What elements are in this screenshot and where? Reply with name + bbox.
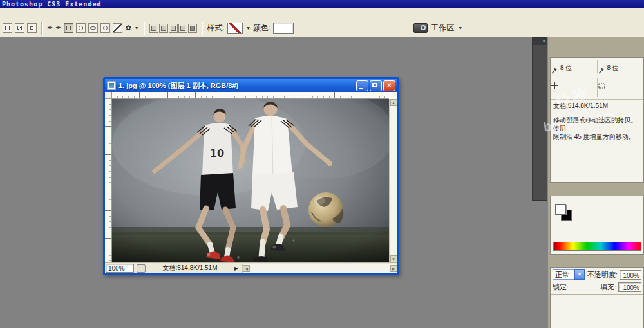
shape-options-dropdown-icon[interactable]: ▼ (135, 26, 139, 30)
workspace-dropdown-icon: ▼ (458, 26, 462, 30)
foreground-color-swatch[interactable] (555, 204, 566, 215)
shape-layers-mode-icon[interactable] (15, 23, 24, 33)
status-menu-button[interactable]: ▶ (234, 266, 242, 271)
panel-dock-strip: « (532, 37, 547, 201)
document-titlebar[interactable]: 1. jpg @ 100% (图层 1 副本, RGB/8#) × (105, 79, 397, 92)
menu-bar (0, 8, 644, 20)
color-label: 颜色: (253, 23, 270, 33)
status-icon (137, 264, 146, 273)
options-bar: ✒ ✒ ✿ ▼ 样式: ▼ 颜色: 工作区 ▼ (0, 19, 644, 37)
close-button[interactable]: × (383, 80, 395, 91)
document-statusbar: 100% 文档:514.8K/1.51M ▶ ◀ ▶ (105, 262, 397, 273)
tool-hint-line1: 移动图层或移动选区的拷贝。使用 (553, 116, 641, 132)
ellipse-tool-icon[interactable] (88, 23, 98, 33)
scroll-down-icon[interactable]: ▼ (390, 255, 397, 262)
opacity-input[interactable]: 100% (620, 270, 641, 280)
ruler-corner (105, 92, 112, 99)
scroll-up-icon[interactable]: ▲ (390, 99, 397, 106)
crosshair-icon (551, 82, 558, 90)
combine-button-icon[interactable] (188, 24, 197, 33)
horizontal-scrollbar[interactable]: ◀ ▶ (242, 264, 397, 273)
info-document-size: 文档:514.8K/1.51M (551, 100, 643, 113)
app-titlebar[interactable]: Photoshop CS3 Extended (0, 0, 644, 8)
pen-tool-icon[interactable]: ✒ (47, 24, 53, 32)
panel-dock: 8 位 8 位 (548, 37, 644, 328)
eyedropper-icon (598, 67, 605, 75)
rgb-bit-depth: 8 位 (559, 64, 597, 73)
scroll-right-icon[interactable]: ▶ (390, 265, 397, 272)
separator (144, 22, 145, 35)
zoom-level-input[interactable]: 100% (106, 264, 134, 273)
collapse-dock-button[interactable]: « (533, 38, 547, 45)
cmyk-bit-depth: 8 位 (606, 64, 644, 73)
minimize-button[interactable] (356, 80, 368, 91)
lock-label: 锁定: (553, 282, 569, 292)
freeform-pen-tool-icon[interactable]: ✒ (55, 24, 61, 32)
separator (202, 22, 203, 35)
fill-label: 填充: (600, 282, 616, 292)
intersect-shape-area-icon[interactable] (169, 24, 178, 33)
foreground-background-swatches[interactable] (555, 204, 572, 221)
line-tool-icon[interactable] (113, 23, 122, 33)
selection-size-icon (598, 83, 605, 90)
app-title: Photoshop CS3 Extended (2, 1, 101, 8)
vertical-ruler (105, 99, 112, 262)
rounded-rectangle-tool-icon[interactable] (76, 23, 86, 33)
document-window: 1. jpg @ 100% (图层 1 副本, RGB/8#) × (103, 77, 399, 275)
color-spectrum[interactable] (553, 242, 641, 251)
blend-mode-value: 正常 (553, 270, 574, 280)
blend-mode-dropdown-icon[interactable]: ▼ (574, 269, 585, 280)
opacity-label: 不透明度: (587, 270, 618, 280)
horizontal-ruler (112, 92, 389, 99)
maximize-button[interactable] (370, 80, 382, 91)
paths-mode-icon[interactable] (27, 23, 37, 33)
close-icon: × (386, 82, 392, 89)
photoshop-window: Photoshop CS3 Extended ✒ ✒ ✿ ▼ 样式: ▼ 颜色: (0, 0, 644, 328)
tool-hint-line2: 限制沿 45 度增量方向移动。 (553, 132, 641, 141)
document-title: 1. jpg @ 100% (图层 1 副本, RGB/8#) (118, 81, 354, 91)
workspace-label: 工作区 (431, 23, 454, 33)
separator (41, 22, 43, 35)
color-swatch[interactable] (273, 23, 294, 34)
scroll-left-icon[interactable]: ◀ (243, 265, 250, 272)
custom-shape-tool-icon[interactable]: ✿ (125, 24, 131, 32)
canvas-image[interactable]: 10 (112, 99, 389, 262)
soccer-photo: 10 (112, 99, 389, 262)
add-shape-area-icon[interactable] (149, 24, 158, 33)
info-panel: 8 位 8 位 (550, 46, 644, 183)
info-panel-tabs (550, 46, 644, 57)
style-picker-swatch[interactable] (227, 23, 243, 34)
document-size-info: 文档:514.8K/1.51M (146, 264, 234, 273)
layers-panel-tabs (550, 256, 644, 267)
fill-input[interactable]: 100% (618, 282, 641, 292)
polygon-tool-icon[interactable] (100, 23, 110, 33)
style-label: 样式: (207, 23, 225, 33)
tool-preset-picker-icon[interactable] (3, 23, 12, 33)
color-panel (550, 185, 644, 255)
bridge-icon[interactable] (413, 23, 428, 33)
workspace-button[interactable]: 工作区 ▼ (413, 23, 462, 33)
exclude-shape-area-icon[interactable] (178, 24, 187, 33)
layers-panel: 正常 ▼ 不透明度: 100% 锁定: 填充: 100% (550, 256, 644, 328)
document-icon (107, 81, 116, 90)
blend-mode-select[interactable]: 正常 ▼ (553, 269, 585, 280)
rectangle-tool-icon[interactable] (64, 23, 73, 33)
vertical-scrollbar[interactable]: ▲ ▼ (389, 99, 397, 262)
eyedropper-icon (551, 67, 558, 75)
subtract-shape-area-icon[interactable] (159, 24, 168, 33)
path-combine-buttons (149, 24, 197, 33)
color-panel-tabs (550, 185, 644, 196)
style-dropdown-icon[interactable]: ▼ (246, 26, 251, 30)
